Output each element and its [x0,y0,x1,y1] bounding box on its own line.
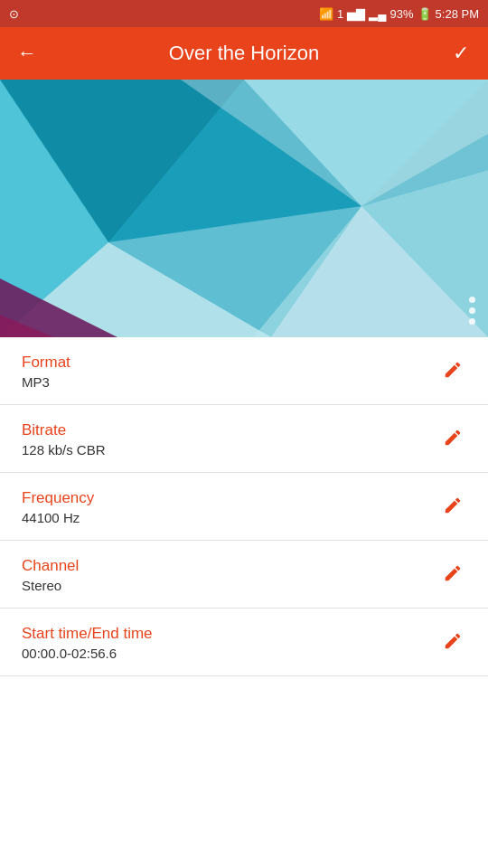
info-content-frequency: Frequency44100 Hz [22,489,94,525]
info-label-start-end-time: Start time/End time [22,625,153,643]
info-row-start-end-time: Start time/End time00:00.0-02:56.6 [0,609,488,676]
edit-button-channel[interactable] [439,560,466,591]
edit-button-frequency[interactable] [439,492,466,524]
wifi-icon: 📶 [319,7,333,21]
info-label-format: Format [22,354,70,372]
info-label-bitrate: Bitrate [22,421,106,439]
info-content-channel: ChannelStereo [22,557,79,593]
info-value-channel: Stereo [22,578,79,593]
sim-icon: 1 [337,7,343,21]
info-label-frequency: Frequency [22,489,94,507]
edit-button-format[interactable] [439,356,466,388]
signal2-icon: ▂▄ [369,7,386,21]
page-title: Over the Horizon [49,42,439,65]
status-left: ⊙ [9,7,19,21]
info-row-format: FormatMP3 [0,337,488,405]
info-value-bitrate: 128 kb/s CBR [22,442,106,458]
confirm-button[interactable]: ✓ [448,42,474,65]
info-list: FormatMP3 Bitrate128 kb/s CBR Frequency4… [0,337,488,676]
info-value-frequency: 44100 Hz [22,510,94,525]
top-bar: ← Over the Horizon ✓ [0,27,488,80]
info-row-bitrate: Bitrate128 kb/s CBR [0,405,488,473]
album-art [0,80,488,337]
info-value-format: MP3 [22,374,70,390]
clock: 5:28 PM [436,7,479,21]
info-value-start-end-time: 00:00.0-02:56.6 [22,646,153,661]
wechat-icon: ⊙ [9,7,19,21]
battery-icon: 🔋 [418,7,432,21]
info-content-bitrate: Bitrate128 kb/s CBR [22,421,106,458]
dot1 [469,297,475,303]
status-bar: ⊙ 📶 1 ▅▇ ▂▄ 93% 🔋 5:28 PM [0,0,488,27]
edit-button-bitrate[interactable] [439,424,466,456]
more-options-button[interactable] [469,297,475,325]
back-button[interactable]: ← [14,42,40,65]
edit-button-start-end-time[interactable] [439,627,466,659]
status-right: 📶 1 ▅▇ ▂▄ 93% 🔋 5:28 PM [319,7,479,21]
info-row-frequency: Frequency44100 Hz [0,473,488,541]
dot2 [469,307,475,314]
info-label-channel: Channel [22,557,79,575]
dot3 [469,318,475,325]
info-content-start-end-time: Start time/End time00:00.0-02:56.6 [22,625,153,661]
signal1-icon: ▅▇ [347,7,365,21]
battery-text: 93% [390,7,414,21]
info-content-format: FormatMP3 [22,354,70,390]
info-row-channel: ChannelStereo [0,541,488,609]
